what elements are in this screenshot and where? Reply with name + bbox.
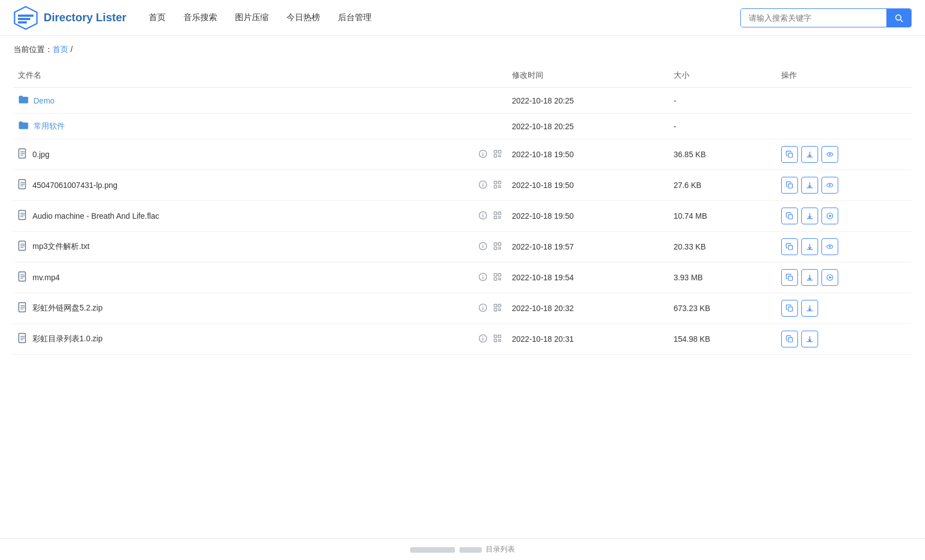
info-icon-button[interactable] (477, 303, 489, 314)
info-icon-button[interactable] (477, 334, 489, 345)
svg-rect-102 (500, 308, 501, 309)
file-modified-time: 2022-10-18 19:50 (508, 139, 669, 170)
file-size: - (669, 114, 777, 139)
svg-rect-64 (494, 243, 497, 246)
file-size: 3.93 MB (669, 262, 777, 293)
nav-item-hot[interactable]: 今日热榜 (287, 10, 320, 25)
svg-rect-18 (498, 156, 499, 157)
table-row: mp3文件解析.txt 2022-10-18 19:5720.33 KB (13, 232, 912, 262)
svg-rect-99 (498, 304, 501, 307)
nav-item-image[interactable]: 图片压缩 (235, 10, 269, 25)
download-button[interactable] (801, 208, 818, 224)
svg-rect-83 (494, 277, 497, 280)
file-size: 10.74 MB (669, 201, 777, 232)
meta-icons (477, 180, 503, 191)
svg-rect-51 (500, 216, 501, 217)
qr-icon-button[interactable] (492, 272, 503, 283)
file-name-cell: 彩虹外链网盘5.2.zip (18, 302, 503, 315)
svg-rect-33 (498, 185, 499, 186)
file-icon (18, 271, 28, 284)
info-icon-button[interactable] (477, 149, 489, 160)
play-button[interactable] (821, 208, 838, 224)
action-buttons (781, 146, 907, 163)
svg-rect-66 (494, 247, 497, 250)
info-icon-button[interactable] (477, 211, 489, 222)
file-modified-time: 2022-10-18 20:25 (508, 114, 669, 139)
play-button[interactable] (821, 269, 838, 286)
svg-rect-118 (498, 341, 499, 342)
download-button[interactable] (801, 269, 818, 286)
file-size: 673.23 KB (669, 293, 777, 324)
search-input[interactable] (741, 9, 886, 27)
info-icon-button[interactable] (477, 272, 489, 283)
svg-rect-20 (788, 153, 793, 158)
svg-rect-114 (498, 335, 501, 338)
svg-rect-113 (494, 335, 497, 338)
svg-rect-36 (500, 187, 501, 188)
view-button[interactable] (821, 146, 838, 163)
qr-icon-button[interactable] (492, 242, 503, 252)
file-actions (777, 114, 912, 139)
svg-rect-115 (494, 339, 497, 342)
qr-icon-button[interactable] (492, 180, 503, 191)
nav-item-home[interactable]: 首页 (149, 10, 166, 25)
search-button[interactable] (886, 9, 911, 27)
info-icon-button[interactable] (477, 242, 489, 252)
svg-rect-30 (494, 181, 497, 184)
nav-item-admin[interactable]: 后台管理 (338, 10, 372, 25)
info-icon-button[interactable] (477, 180, 489, 191)
download-button[interactable] (801, 146, 818, 163)
table-row: 彩虹外链网盘5.2.zip 2022-10-18 20:32673.23 KB (13, 293, 912, 324)
file-name-label[interactable]: Demo (34, 96, 54, 105)
qr-icon-button[interactable] (492, 334, 503, 345)
svg-marker-56 (829, 215, 832, 218)
view-button[interactable] (821, 238, 838, 255)
file-modified-time: 2022-10-18 20:25 (508, 88, 669, 114)
nav-item-music[interactable]: 音乐搜索 (184, 10, 217, 25)
qr-icon-button[interactable] (492, 303, 503, 314)
svg-rect-119 (500, 341, 501, 342)
copy-button[interactable] (781, 269, 798, 286)
meta-icons (477, 242, 503, 252)
breadcrumb-home[interactable]: 首页 (53, 45, 68, 54)
svg-line-5 (900, 20, 903, 22)
svg-point-29 (482, 182, 483, 183)
copy-button[interactable] (781, 177, 798, 194)
svg-rect-3 (18, 21, 27, 23)
download-button[interactable] (801, 238, 818, 255)
col-header-name: 文件名 (13, 64, 508, 88)
file-name-cell: 45047061007431-lp.png (18, 179, 503, 192)
download-button[interactable] (801, 331, 818, 347)
file-actions (777, 232, 912, 262)
table-row: 0.jpg 2022-10-18 19:5036.85 KB (13, 139, 912, 170)
file-name-label[interactable]: 常用软件 (34, 121, 65, 131)
svg-point-46 (482, 213, 483, 214)
svg-rect-100 (494, 308, 497, 311)
svg-rect-84 (498, 277, 499, 279)
copy-button[interactable] (781, 238, 798, 255)
copy-button[interactable] (781, 208, 798, 224)
svg-rect-34 (500, 185, 501, 186)
col-header-time: 修改时间 (508, 64, 669, 88)
copy-button[interactable] (781, 146, 798, 163)
qr-icon-button[interactable] (492, 211, 503, 222)
table-row: Audio machine - Breath And Life.flac 202… (13, 201, 912, 232)
folder-icon (18, 95, 29, 106)
file-name-cell: Audio machine - Breath And Life.flac (18, 210, 503, 223)
svg-point-12 (482, 152, 483, 153)
download-button[interactable] (801, 300, 818, 317)
download-button[interactable] (801, 177, 818, 194)
view-button[interactable] (821, 177, 838, 194)
folder-name-cell: Demo (18, 95, 503, 106)
file-actions (777, 293, 912, 324)
breadcrumb-separator: / (68, 45, 73, 54)
copy-button[interactable] (781, 300, 798, 317)
action-buttons (781, 331, 907, 347)
logo-text: Directory Lister (44, 11, 126, 24)
file-icon (18, 148, 28, 161)
copy-button[interactable] (781, 331, 798, 347)
svg-rect-65 (498, 243, 501, 246)
svg-rect-82 (498, 274, 501, 276)
qr-icon-button[interactable] (492, 149, 503, 160)
svg-rect-104 (500, 310, 501, 311)
